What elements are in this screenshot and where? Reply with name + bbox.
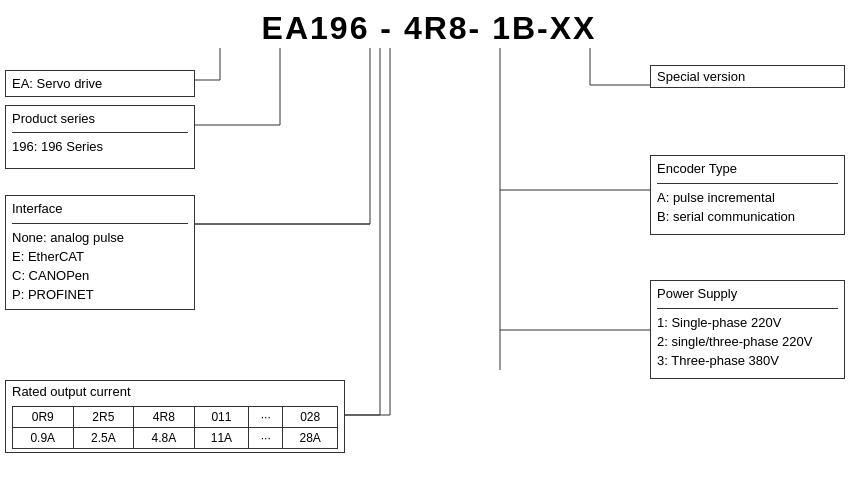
- special-label: Special version: [657, 69, 745, 84]
- encoder-divider: [657, 183, 838, 184]
- interface-divider: [12, 223, 188, 224]
- series-value: 196: 196 Series: [12, 137, 188, 156]
- current-header-1: 2R5: [73, 407, 134, 428]
- interface-item-1: E: EtherCAT: [12, 247, 188, 266]
- encoder-label: Encoder Type: [657, 159, 838, 179]
- power-label: Power Supply: [657, 284, 838, 304]
- interface-item-2: C: CANOPen: [12, 266, 188, 285]
- power-box: Power Supply 1: Single-phase 220V 2: sin…: [650, 280, 845, 379]
- current-value-0: 0.9A: [13, 428, 74, 449]
- current-value-5: 28A: [283, 428, 338, 449]
- special-box: Special version: [650, 65, 845, 88]
- current-header-3: 011: [194, 407, 249, 428]
- power-item-2: 3: Three-phase 380V: [657, 351, 838, 370]
- series-box: Product series 196: 196 Series: [5, 105, 195, 169]
- current-header-5: 028: [283, 407, 338, 428]
- current-value-4: ···: [249, 428, 283, 449]
- page-title: EA196 - 4R8- 1B-XX: [0, 0, 858, 52]
- power-item-0: 1: Single-phase 220V: [657, 313, 838, 332]
- current-value-3: 11A: [194, 428, 249, 449]
- power-item-1: 2: single/three-phase 220V: [657, 332, 838, 351]
- current-value-row: 0.9A 2.5A 4.8A 11A ··· 28A: [13, 428, 338, 449]
- current-header-row: 0R9 2R5 4R8 011 ··· 028: [13, 407, 338, 428]
- series-divider: [12, 132, 188, 133]
- current-value-1: 2.5A: [73, 428, 134, 449]
- power-divider: [657, 308, 838, 309]
- interface-item-0: None: analog pulse: [12, 228, 188, 247]
- ea-label: EA: Servo drive: [12, 74, 188, 93]
- current-table: 0R9 2R5 4R8 011 ··· 028 0.9A 2.5A 4.8A 1…: [12, 406, 338, 449]
- current-header-4: ···: [249, 407, 283, 428]
- current-header-0: 0R9: [13, 407, 74, 428]
- encoder-item-1: B: serial communication: [657, 207, 838, 226]
- current-header-2: 4R8: [134, 407, 195, 428]
- current-box: Rated output current 0R9 2R5 4R8 011 ···…: [5, 380, 345, 453]
- current-value-2: 4.8A: [134, 428, 195, 449]
- encoder-item-0: A: pulse incremental: [657, 188, 838, 207]
- encoder-box: Encoder Type A: pulse incremental B: ser…: [650, 155, 845, 235]
- interface-item-3: P: PROFINET: [12, 285, 188, 304]
- series-label: Product series: [12, 109, 188, 128]
- interface-box: Interface None: analog pulse E: EtherCAT…: [5, 195, 195, 310]
- current-label: Rated output current: [12, 384, 338, 402]
- interface-label: Interface: [12, 199, 188, 219]
- ea-box: EA: Servo drive: [5, 70, 195, 97]
